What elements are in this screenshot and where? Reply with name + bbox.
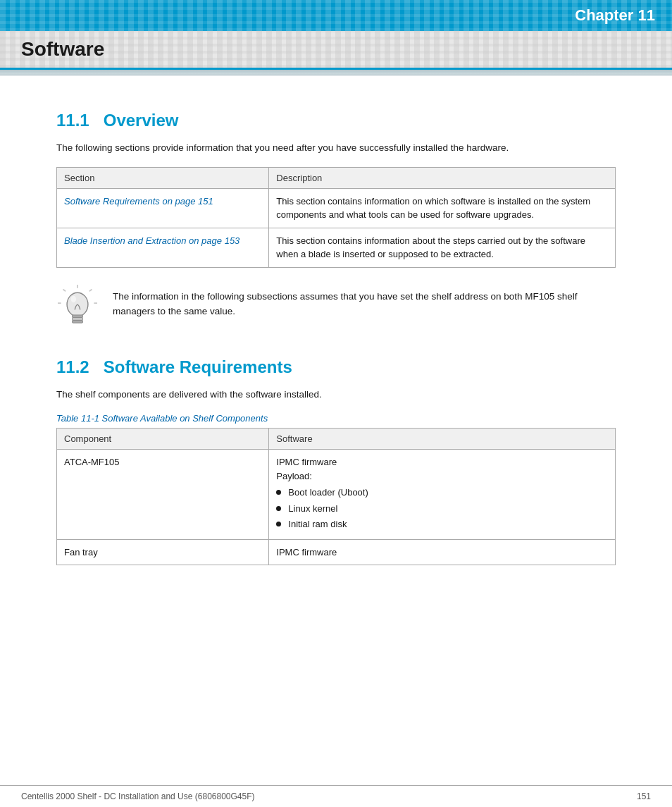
footer-right: 151 xyxy=(637,791,651,801)
bullet-dot-1 xyxy=(276,490,281,495)
section-11-2-number: 11.2 xyxy=(56,357,89,376)
software-row2-component: Fan tray xyxy=(57,539,269,565)
footer: Centellis 2000 Shelf - DC Installation a… xyxy=(0,785,672,807)
decorative-bar xyxy=(0,70,672,75)
section-11-1-number: 11.1 xyxy=(56,111,89,130)
section-11-2-intro: The shelf components are delivered with … xyxy=(56,387,616,402)
lightbulb-icon xyxy=(56,285,99,336)
bullet-dot-3 xyxy=(276,522,281,526)
software-table: Component Software ATCA-MF105 IPMC firmw… xyxy=(56,428,616,565)
table-row: ATCA-MF105 IPMC firmware Payload: Boot l… xyxy=(57,450,616,540)
section-11-1-title: Overview xyxy=(104,111,179,130)
svg-line-1 xyxy=(89,289,92,291)
page-title: Software xyxy=(21,38,651,61)
software-table-header-component: Component xyxy=(57,429,269,450)
overview-table-header-description: Description xyxy=(269,167,616,188)
payload-label: Payload: xyxy=(276,471,312,481)
svg-point-9 xyxy=(71,295,76,302)
bullet-item-2: Linux kernel xyxy=(288,502,337,516)
footer-left: Centellis 2000 Shelf - DC Installation a… xyxy=(21,791,255,801)
note-text: The information in the following subsect… xyxy=(113,285,616,319)
overview-row2-description: This section contains information about … xyxy=(269,228,616,267)
software-row1-software: IPMC firmware Payload: Boot loader (Uboo… xyxy=(269,450,616,540)
overview-row1-section[interactable]: Software Requirements on page 151 xyxy=(57,188,269,228)
bullet-dot-2 xyxy=(276,506,281,511)
table-row: Fan tray IPMC firmware xyxy=(57,539,616,565)
svg-rect-8 xyxy=(73,320,83,323)
section-11-2: 11.2Software Requirements The shelf comp… xyxy=(56,357,616,566)
section-11-1-heading: 11.1Overview xyxy=(56,111,616,130)
overview-row2-section[interactable]: Blade Insertion and Extraction on page 1… xyxy=(57,228,269,267)
svg-rect-7 xyxy=(73,317,83,320)
overview-row1-description: This section contains information on whi… xyxy=(269,188,616,228)
table-caption: Table 11-1 Software Available on Shelf C… xyxy=(56,413,616,424)
overview-table: Section Description Software Requirement… xyxy=(56,167,616,268)
software-table-header-software: Software xyxy=(269,429,616,450)
svg-line-3 xyxy=(63,289,66,291)
section-11-2-heading: 11.2Software Requirements xyxy=(56,357,616,377)
bullet-item-3: Initial ram disk xyxy=(288,517,347,531)
ipmc-firmware-label: IPMC firmware xyxy=(276,457,337,467)
chapter-label: Chapter 11 xyxy=(558,1,672,30)
note-box: The information in the following subsect… xyxy=(56,285,616,336)
overview-table-header-section: Section xyxy=(57,167,269,188)
section-11-2-title: Software Requirements xyxy=(104,357,292,376)
software-row2-software: IPMC firmware xyxy=(269,539,616,565)
bullet-item-1: Boot loader (Uboot) xyxy=(288,486,368,500)
table-row: Software Requirements on page 151 This s… xyxy=(57,188,616,228)
svg-rect-6 xyxy=(73,315,83,318)
section-11-1: 11.1Overview The following sections prov… xyxy=(56,111,616,336)
table-row: Blade Insertion and Extraction on page 1… xyxy=(57,228,616,267)
section-11-1-intro: The following sections provide informati… xyxy=(56,140,616,156)
software-row1-component: ATCA-MF105 xyxy=(57,450,269,540)
